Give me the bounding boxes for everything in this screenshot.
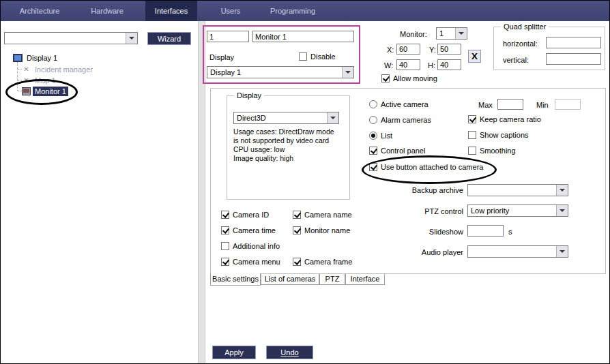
checkbox-label: Control panel [381,147,425,155]
allow-moving-checkbox[interactable]: Allow moving [381,74,437,83]
y-label: Y: [429,46,436,55]
clear-geometry-button[interactable]: X [468,50,481,63]
show-captions-checkbox[interactable]: Show captions [468,130,529,140]
checkbox-box [369,163,377,171]
checkbox-label: Camera ID [233,211,269,219]
w-label: W: [384,61,393,70]
monitor-name-checkbox[interactable]: Monitor name [293,226,350,235]
checkbox-box [221,258,229,266]
camera-menu-checkbox[interactable]: Camera menu [221,257,280,267]
undo-button[interactable]: Undo [266,346,313,359]
tree-item-display1[interactable]: Display 1 [13,52,59,63]
w-input[interactable] [396,59,420,70]
tree-item-label: Display 1 [25,53,59,63]
ptz-control-select[interactable]: Low priority [467,204,568,217]
max-input[interactable] [497,99,523,110]
chevron-down-icon [126,33,137,44]
object-name-input[interactable] [252,31,354,42]
checkbox-label: Camera frame [304,258,352,266]
group-title: Display [234,91,264,100]
radio-label: List [381,132,392,140]
combo-value: 1 [437,29,455,38]
y-input[interactable] [437,44,461,55]
chevron-down-icon [556,246,568,257]
use-button-attached-checkbox[interactable]: Use button attached to camera [369,162,483,172]
tree-guide [17,62,18,91]
min-label: Min [536,101,549,110]
slideshow-input[interactable] [467,225,504,237]
object-id-input[interactable] [207,31,249,42]
checkbox-box [293,211,301,219]
list-radio[interactable]: List [369,131,392,140]
backup-archive-select[interactable] [467,184,568,196]
camera-frame-checkbox[interactable]: Camera frame [293,257,352,267]
alarm-cameras-radio[interactable]: Alarm cameras [369,115,431,125]
info-line: Usage cases: DirectDraw mode [233,127,346,136]
min-input[interactable] [555,99,581,110]
horizontal-input[interactable] [546,37,601,48]
info-line: Image quality: high [233,154,346,163]
chevron-down-icon [455,28,467,39]
tab-interface[interactable]: Interface [345,274,385,285]
vertical-label: vertical: [503,56,529,65]
combo-value [468,189,556,191]
radio-label: Alarm cameras [381,116,431,124]
tab-architecture[interactable]: Architecture [12,1,68,21]
tab-interfaces[interactable]: Interfaces [145,1,197,21]
audio-player-label: Audio player [381,248,463,257]
tree-item-monitor1[interactable]: Monitor 1 [22,86,68,96]
apply-button[interactable]: Apply [212,346,256,359]
active-camera-radio[interactable]: Active camera [369,100,429,109]
tab-programming[interactable]: Programming [262,1,323,21]
chevron-down-icon [342,67,353,78]
tab-basic-settings[interactable]: Basic settings [210,273,261,286]
tab-users[interactable]: Users [211,1,250,21]
smoothing-checkbox[interactable]: Smoothing [468,146,516,155]
h-input[interactable] [437,59,461,70]
checkbox-box [221,211,229,219]
checkbox-box [468,131,476,139]
tree-item-map1[interactable]: ✕ Map 1 [22,75,58,85]
info-line: is not supported by video card [233,136,346,145]
combo-value: Display 1 [207,67,342,77]
audio-player-select[interactable] [467,245,568,258]
tree-item-label: Map 1 [33,76,58,85]
info-line: CPU usage: low [233,145,346,154]
additional-info-checkbox[interactable]: Additional info [221,241,280,251]
checkbox-box [293,226,301,234]
x-label: X: [387,46,394,55]
object-filter-select[interactable] [4,32,138,44]
checkbox-box [369,147,377,155]
checkbox-label: Disable [310,52,336,61]
parent-display-select[interactable]: Display 1 [207,66,354,78]
group-title: Quad splitter [501,22,549,31]
monitor-number-select[interactable]: 1 [436,27,467,40]
tree-item-incident-manager[interactable]: ✕ Incident manager [22,64,95,74]
tab-ptz[interactable]: PTZ [319,274,345,285]
checkbox-box [381,74,390,82]
camera-time-checkbox[interactable]: Camera time [221,226,276,235]
vertical-input[interactable] [546,53,601,65]
combo-value: Direct3D [234,113,327,123]
keep-camera-ratio-checkbox[interactable]: Keep camera ratio [468,115,541,124]
checkbox-box [293,258,301,266]
tab-hardware[interactable]: Hardware [80,1,134,21]
checkbox-box [221,226,229,234]
render-mode-select[interactable]: Direct3D [233,112,339,124]
checkbox-label: Keep camera ratio [480,115,541,123]
disable-checkbox[interactable]: Disable [299,52,336,61]
tab-list-of-cameras[interactable]: List of cameras [261,274,319,285]
chevron-down-icon [327,112,338,123]
ptz-control-label: PTZ control [381,207,463,216]
combo-value: Low priority [468,206,556,215]
camera-id-checkbox[interactable]: Camera ID [221,210,269,219]
checkbox-label: Smoothing [480,147,516,155]
control-panel-checkbox[interactable]: Control panel [369,146,425,155]
checkbox-label: Monitor name [304,226,350,234]
checkbox-label: Use button attached to camera [381,163,483,171]
camera-name-checkbox[interactable]: Camera name [293,210,352,219]
checkbox-box [299,52,307,61]
top-navbar: Architecture Hardware Interfaces Users P… [1,1,609,21]
x-input[interactable] [396,44,420,55]
wizard-button[interactable]: Wizard [147,32,191,45]
